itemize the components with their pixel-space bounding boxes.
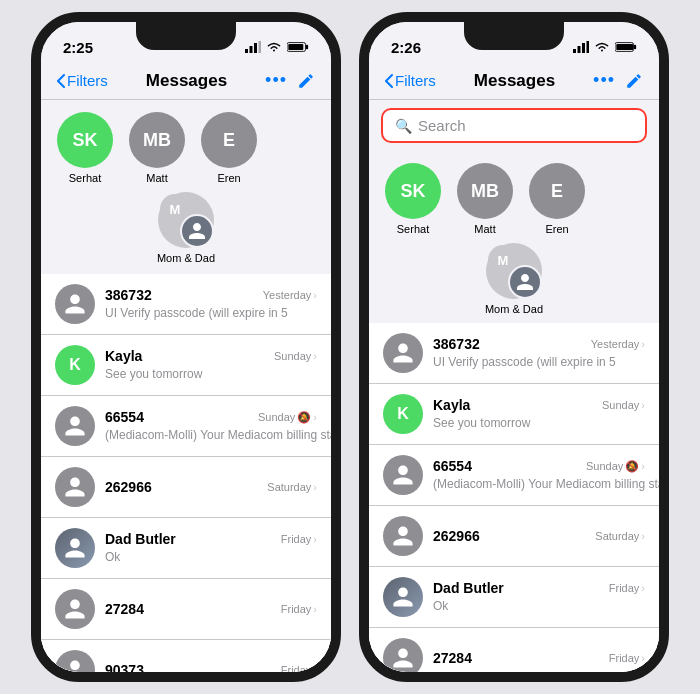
back-button-left[interactable]: Filters [57,72,108,89]
msg-time-66554-right: Sunday 🔕 › [586,460,645,473]
nav-actions-left: ••• [265,70,315,91]
message-item-27284-right[interactable]: 27284 Friday › [369,628,659,672]
msg-avatar-kayla-right: K [383,394,423,434]
pinned-contact-e-left[interactable]: E Eren [201,112,257,184]
avatar-sk-left: SK [57,112,113,168]
msg-time-66554-left: Sunday 🔕 › [258,411,317,424]
pinned-name-e-left: Eren [217,172,240,184]
msg-avatar-386732-left [55,284,95,324]
phone-left: 2:25 [31,12,341,682]
msg-name-27284-right: 27284 [433,650,472,666]
message-item-dadbutler-left[interactable]: Dad Butler Friday › Ok [41,518,331,579]
group-avatar-right: M [486,243,542,299]
message-item-kayla-right[interactable]: K Kayla Sunday › See you tomorrow [369,384,659,445]
message-item-90373-left[interactable]: 90373 Friday › [41,640,331,672]
svg-rect-2 [254,43,257,53]
group-contact-row-right[interactable]: M Mom & Dad [369,243,659,323]
msg-name-66554-left: 66554 [105,409,144,425]
msg-content-dadbutler-right: Dad Butler Friday › Ok [433,580,645,614]
msg-preview-kayla-left: See you tomorrow [105,367,202,381]
pinned-contact-mb-right[interactable]: MB Matt [457,163,513,235]
msg-time-386732-left: Yesterday › [263,289,317,301]
svg-rect-10 [587,41,590,53]
person-icon-group-right [515,272,535,292]
search-placeholder-right: Search [418,117,466,134]
person-icon-group [187,221,207,241]
msg-preview-66554-left: (Mediacom-Molli) Your Mediacom billing s… [105,428,331,442]
content-right: SK Serhat MB Matt E Eren M [369,151,659,672]
msg-header-27284-right: 27284 Friday › [433,650,645,666]
message-item-386732-right[interactable]: 386732 Yesterday › UI Verify passcode (w… [369,323,659,384]
pinned-contact-mb-left[interactable]: MB Matt [129,112,185,184]
signal-icon-right [573,41,589,53]
bell-icon-66554-left: 🔕 [297,411,311,424]
msg-content-66554-left: 66554 Sunday 🔕 › (Mediacom-Molli) Your M… [105,409,317,443]
group-contact-row-left[interactable]: M Mom & Dad [41,192,331,274]
msg-header-386732-right: 386732 Yesterday › [433,336,645,352]
msg-name-66554-right: 66554 [433,458,472,474]
signal-icon-left [245,41,261,53]
pinned-name-mb-left: Matt [146,172,167,184]
msg-content-27284-left: 27284 Friday › [105,601,317,617]
message-item-262966-right[interactable]: 262966 Saturday › [369,506,659,567]
status-time-left: 2:25 [63,39,93,56]
message-item-262966-left[interactable]: 262966 Saturday › [41,457,331,518]
msg-name-dadbutler-right: Dad Butler [433,580,504,596]
battery-icon-left [287,41,309,53]
group-contact-right[interactable]: M Mom & Dad [385,243,643,315]
person-icon-dadbutler-r [391,585,415,609]
pinned-contact-e-right[interactable]: E Eren [529,163,585,235]
msg-time-dadbutler-left: Friday › [281,533,317,545]
msg-preview-66554-right: (Mediacom-Molli) Your Mediacom billing s… [433,477,659,491]
wifi-icon-right [594,41,610,53]
message-item-27284-left[interactable]: 27284 Friday › [41,579,331,640]
svg-rect-5 [306,45,308,49]
msg-content-386732-left: 386732 Yesterday › UI Verify passcode (w… [105,287,317,321]
msg-header-90373-left: 90373 Friday › [105,662,317,672]
compose-button-left[interactable] [297,72,315,90]
message-item-66554-left[interactable]: 66554 Sunday 🔕 › (Mediacom-Molli) Your M… [41,396,331,457]
msg-header-66554-right: 66554 Sunday 🔕 › [433,458,645,474]
pinned-contact-sk-left[interactable]: SK Serhat [57,112,113,184]
person-icon-262966 [63,475,87,499]
svg-rect-13 [616,44,633,50]
compose-button-right[interactable] [625,72,643,90]
group-photo-left [180,214,214,248]
nav-title-right: Messages [474,71,555,91]
msg-header-386732-left: 386732 Yesterday › [105,287,317,303]
msg-avatar-kayla-left: K [55,345,95,385]
status-icons-left [245,41,309,53]
msg-time-27284-left: Friday › [281,603,317,615]
group-contact-left[interactable]: M Mom & Dad [57,192,315,264]
pinned-contact-sk-right[interactable]: SK Serhat [385,163,441,235]
msg-time-386732-right: Yesterday › [591,338,645,350]
person-icon-66554 [63,414,87,438]
search-bar-right[interactable]: 🔍 Search [381,108,647,143]
msg-avatar-27284-left [55,589,95,629]
pinned-row-right: SK Serhat MB Matt E Eren [369,151,659,243]
more-button-left[interactable]: ••• [265,70,287,91]
message-item-kayla-left[interactable]: K Kayla Sunday › See you tomorrow [41,335,331,396]
nav-bar-left: Filters Messages ••• [41,66,331,100]
msg-time-kayla-left: Sunday › [274,350,317,362]
avatar-mb-left: MB [129,112,185,168]
message-item-66554-right[interactable]: 66554 Sunday 🔕 › (Mediacom-Molli) Your M… [369,445,659,506]
message-item-dadbutler-right[interactable]: Dad Butler Friday › Ok [369,567,659,628]
msg-content-27284-right: 27284 Friday › [433,650,645,666]
svg-rect-7 [573,49,576,53]
wifi-icon-left [266,41,282,53]
svg-rect-3 [259,41,262,53]
svg-rect-1 [250,46,253,53]
msg-content-386732-right: 386732 Yesterday › UI Verify passcode (w… [433,336,645,370]
pinned-name-sk-right: Serhat [397,223,429,235]
msg-time-27284-right: Friday › [609,652,645,664]
avatar-e-left: E [201,112,257,168]
msg-time-262966-right: Saturday › [595,530,645,542]
person-icon-386732 [63,292,87,316]
pinned-name-mb-right: Matt [474,223,495,235]
back-button-right[interactable]: Filters [385,72,436,89]
msg-avatar-27284-right [383,638,423,672]
svg-rect-12 [634,45,636,49]
message-item-386732-left[interactable]: 386732 Yesterday › UI Verify passcode (w… [41,274,331,335]
more-button-right[interactable]: ••• [593,70,615,91]
